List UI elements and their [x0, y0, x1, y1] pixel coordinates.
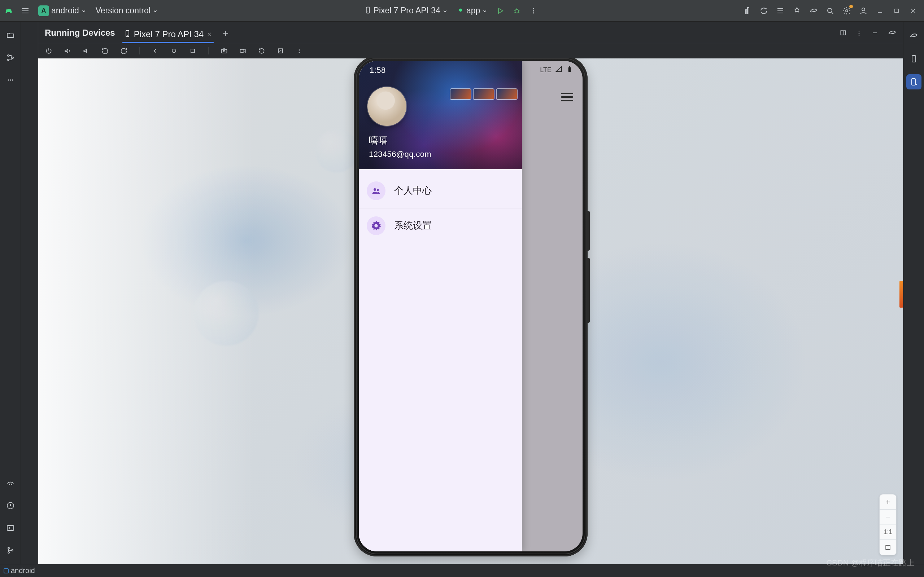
run-button[interactable]	[494, 5, 506, 16]
add-tab-button[interactable]: ＋	[221, 27, 230, 43]
profile-button[interactable]	[858, 5, 869, 16]
project-name-label: android	[51, 6, 79, 16]
left-gutter	[21, 22, 38, 564]
resize-icon[interactable]	[276, 46, 285, 56]
running-devices-panel: Running Devices Pixel 7 Pro API 34 ＋	[38, 22, 903, 564]
svg-point-2	[515, 10, 519, 13]
android-logo-icon	[3, 5, 15, 16]
svg-point-21	[8, 552, 10, 553]
android-module-icon	[457, 6, 464, 16]
ide-toolbar: A android Version control Pixel 7 Pro AP…	[0, 0, 924, 22]
maximize-window-button[interactable]	[891, 5, 902, 16]
svg-rect-40	[569, 66, 570, 68]
problems-tool-icon[interactable]	[3, 498, 18, 513]
code-with-me-icon[interactable]	[741, 5, 753, 16]
overview-icon[interactable]	[188, 46, 197, 56]
rotate-left-icon[interactable]	[100, 46, 110, 56]
more-tool-icon[interactable]	[3, 73, 18, 87]
hide-panel-icon[interactable]	[871, 29, 879, 39]
debug-button[interactable]	[511, 5, 523, 16]
zoom-controls: + − 1:1	[879, 494, 897, 555]
home-icon[interactable]	[169, 46, 179, 56]
project-dropdown[interactable]: A android	[36, 4, 89, 17]
avatar[interactable]	[367, 87, 406, 126]
plugins-icon[interactable]	[791, 5, 803, 16]
close-window-button[interactable]	[908, 5, 919, 16]
more-actions-button[interactable]	[528, 5, 539, 16]
drawer-item-profile[interactable]: 个人中心	[359, 174, 522, 208]
module-selector-label: app	[466, 6, 480, 16]
facet-badge-icon	[3, 568, 9, 574]
project-tool-icon[interactable]	[3, 28, 18, 43]
svg-point-1	[459, 8, 462, 11]
back-icon[interactable]	[150, 46, 160, 56]
drawer-header-thumbs	[451, 89, 517, 99]
minimize-window-button[interactable]	[874, 5, 886, 16]
running-devices-tabbar: Running Devices Pixel 7 Pro API 34 ＋	[38, 22, 903, 43]
drawer-email: 123456@qq.com	[369, 150, 431, 159]
sync-icon[interactable]	[758, 5, 769, 16]
chevron-down-icon	[81, 6, 86, 16]
svg-rect-39	[569, 67, 571, 72]
svg-rect-30	[221, 49, 227, 53]
structure-tool-icon[interactable]	[3, 50, 18, 65]
device-manager-icon[interactable]	[906, 51, 921, 66]
terminal-tool-icon[interactable]	[3, 521, 18, 535]
svg-point-17	[11, 484, 12, 485]
device-selector[interactable]: Pixel 7 Pro API 34	[362, 5, 450, 17]
structure-icon[interactable]	[775, 5, 786, 16]
shark-rt-icon[interactable]	[906, 28, 921, 43]
android-status-bar: 1:58 LTE	[359, 61, 583, 80]
module-selector[interactable]: app	[455, 5, 489, 17]
record-icon[interactable]	[238, 46, 247, 56]
vcs-dropdown[interactable]: Version control	[94, 5, 160, 17]
svg-point-12	[12, 57, 13, 58]
phone-screen[interactable]: ad… 用户 1:58	[359, 61, 583, 551]
running-devices-tool-icon[interactable]	[906, 74, 921, 89]
phone-frame: ad… 用户 1:58	[354, 58, 588, 556]
svg-point-10	[8, 55, 9, 56]
phone-icon	[124, 29, 131, 39]
search-button[interactable]	[824, 5, 836, 16]
volume-up-icon[interactable]	[63, 46, 72, 56]
zoom-1to1-button[interactable]: 1:1	[880, 525, 896, 540]
device-tab[interactable]: Pixel 7 Pro API 34	[122, 26, 214, 43]
drawer-item-label: 系统设置	[394, 219, 432, 232]
phone-icon	[364, 6, 372, 16]
power-icon[interactable]	[44, 46, 53, 56]
drawer-item-settings[interactable]: 系统设置	[359, 208, 522, 243]
zoom-in-button[interactable]: +	[880, 495, 896, 509]
settings-button[interactable]	[841, 5, 853, 16]
zoom-fit-button[interactable]	[880, 540, 896, 555]
shark-icon[interactable]	[808, 5, 819, 16]
battery-icon	[566, 66, 573, 75]
svg-point-34	[299, 49, 300, 50]
vcs-label: Version control	[96, 6, 150, 16]
main-menu-button[interactable]	[19, 5, 31, 16]
reset-icon[interactable]	[257, 46, 267, 56]
close-tab-icon[interactable]	[207, 29, 212, 39]
rotate-right-icon[interactable]	[119, 46, 129, 56]
panel-more-icon[interactable]	[856, 29, 862, 39]
window-mode-icon[interactable]	[840, 29, 847, 39]
device-canvas: ad… 用户 1:58	[38, 58, 903, 564]
screenshot-icon[interactable]	[220, 46, 229, 56]
logcat-tool-icon[interactable]	[3, 476, 18, 490]
vcs-tool-icon[interactable]	[3, 543, 18, 558]
ide-status-bar: android	[0, 564, 924, 577]
svg-point-7	[846, 10, 848, 12]
svg-rect-29	[191, 49, 195, 53]
volume-down-icon[interactable]	[82, 46, 91, 56]
shark-panel-icon[interactable]	[888, 29, 897, 39]
signal-icon	[555, 66, 562, 75]
svg-rect-45	[912, 79, 915, 85]
device-more-icon[interactable]	[294, 46, 304, 56]
svg-rect-23	[126, 31, 129, 37]
status-net-label: LTE	[540, 66, 551, 74]
svg-point-3	[533, 8, 534, 9]
zoom-out-button[interactable]: −	[880, 509, 896, 525]
svg-point-28	[172, 49, 176, 53]
drawer-name: 嘻嘻	[369, 134, 388, 147]
svg-rect-19	[7, 525, 14, 530]
svg-point-41	[373, 188, 376, 191]
